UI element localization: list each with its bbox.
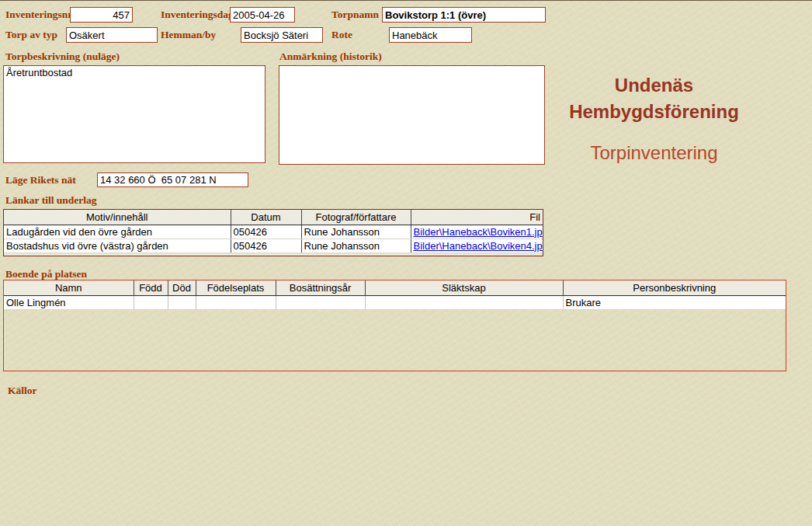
resident-namn-cell: Olle Lingmén	[4, 295, 134, 309]
resident-bosattningsar-cell	[276, 295, 365, 309]
file-link[interactable]: Bilder\Haneback\Boviken1.jp	[414, 226, 543, 238]
link-datum-cell: 050426	[231, 225, 301, 239]
org-title: Undenäs Hembygdsförening	[543, 72, 765, 125]
inventeringsnr-label: Inventeringsnr	[5, 9, 72, 21]
links-table-row: Ladugården vid den övre gården 050426 Ru…	[4, 225, 543, 239]
link-datum-cell: 050426	[231, 239, 301, 253]
hemman-by-input[interactable]	[241, 27, 323, 43]
resident-fodelseplats-cell	[196, 295, 276, 309]
resident-row: Olle Lingmén Brukare	[4, 295, 786, 309]
residents-col-fodelseplats: Födelseplats	[196, 280, 276, 295]
title-block: Undenäs Hembygdsförening Torpinventering	[543, 72, 765, 164]
hemman-by-label: Hemman/by	[161, 29, 216, 41]
anmarkning-textarea[interactable]	[279, 65, 545, 165]
residents-table-container: Namn Född Död Födelseplats Bosättningsår…	[3, 280, 786, 371]
torpnamn-input[interactable]	[382, 7, 546, 23]
links-header-row: Motiv/innehåll Datum Fotograf/författare…	[4, 210, 543, 225]
torpbeskrivning-textarea[interactable]: Åretruntbostad	[3, 65, 265, 163]
lage-rikets-nat-input[interactable]	[97, 172, 248, 187]
link-motiv-cell: Bostadshus vid övre (västra) gården	[4, 239, 231, 253]
links-col-motiv: Motiv/innehåll	[4, 210, 231, 225]
residents-col-namn: Namn	[4, 280, 134, 295]
residents-col-personbeskrivning: Personbeskrivning	[563, 280, 786, 295]
links-section-heading: Länkar till underlag	[5, 194, 97, 207]
residents-col-slaktskap: Släktskap	[365, 280, 563, 295]
resident-personbeskrivning-cell: Brukare	[563, 295, 786, 309]
resident-dod-cell	[168, 295, 196, 309]
inventeringsdag-input[interactable]	[230, 7, 295, 23]
link-fotograf-cell: Rune Johansson	[301, 225, 411, 239]
lage-rikets-nat-label: Läge Rikets nät	[5, 174, 76, 186]
torp-av-typ-input[interactable]	[66, 27, 158, 43]
links-table-row: Bostadshus vid övre (västra) gården 0504…	[4, 239, 543, 253]
link-fil-cell: Bilder\Haneback\Boviken4.jp	[411, 239, 543, 253]
rote-input[interactable]	[389, 27, 472, 43]
app-subtitle: Torpinventering	[543, 142, 765, 164]
residents-col-fodd: Född	[134, 280, 168, 295]
links-table: Motiv/innehåll Datum Fotograf/författare…	[4, 210, 543, 253]
residents-table: Namn Född Död Födelseplats Bosättningsår…	[4, 280, 786, 310]
residents-col-dod: Död	[168, 280, 196, 295]
link-fil-cell: Bilder\Haneback\Boviken1.jp	[411, 225, 543, 239]
resident-slaktskap-cell	[365, 295, 563, 309]
file-link[interactable]: Bilder\Haneback\Boviken4.jp	[414, 240, 543, 252]
residents-header-row: Namn Född Död Födelseplats Bosättningsår…	[4, 280, 786, 295]
residents-section-heading: Boende på platsen	[5, 268, 87, 280]
torpnamn-label: Torpnamn	[331, 9, 379, 21]
torpinventering-form: { "titleblock": { "org_name": "Undenäs H…	[0, 0, 812, 526]
torp-av-typ-label: Torp av typ	[5, 29, 57, 41]
links-col-fil: Fil	[411, 210, 543, 225]
link-fotograf-cell: Rune Johansson	[301, 239, 411, 253]
anmarkning-label: Anmärkning (historik)	[279, 51, 382, 63]
torpbeskrivning-label: Torpbeskrivning (nuläge)	[5, 51, 120, 63]
links-col-datum: Datum	[231, 210, 301, 225]
sources-section-heading: Källor	[8, 385, 37, 397]
link-motiv-cell: Ladugården vid den övre gården	[4, 225, 231, 239]
residents-col-bosattningsar: Bosättningsår	[276, 280, 365, 295]
links-table-container: Motiv/innehåll Datum Fotograf/författare…	[3, 209, 543, 256]
rote-label: Rote	[331, 29, 352, 41]
inventeringsdag-label: Inventeringsdag	[161, 9, 234, 21]
inventeringsnr-input[interactable]	[70, 7, 133, 23]
links-col-fotograf: Fotograf/författare	[301, 210, 411, 225]
resident-fodd-cell	[134, 295, 168, 309]
